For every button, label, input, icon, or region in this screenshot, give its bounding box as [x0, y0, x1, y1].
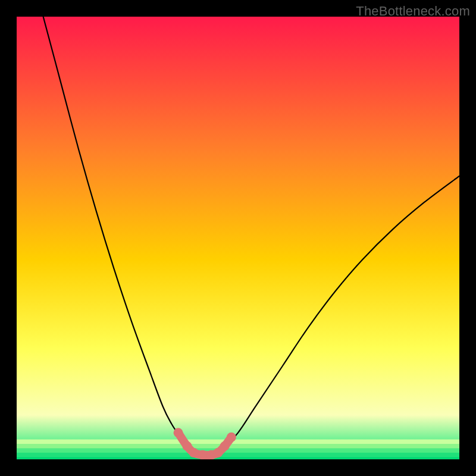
plot-area	[17, 17, 459, 459]
chart-svg	[17, 17, 459, 459]
marker-point	[198, 450, 207, 459]
marker-point	[220, 441, 230, 451]
marker-point	[174, 428, 183, 437]
marker-point	[227, 433, 236, 442]
chart-container: TheBottleneck.com	[0, 0, 476, 476]
green-stripe	[17, 457, 459, 459]
gradient-background	[17, 17, 459, 459]
green-band	[17, 440, 459, 460]
marker-point	[189, 448, 199, 458]
